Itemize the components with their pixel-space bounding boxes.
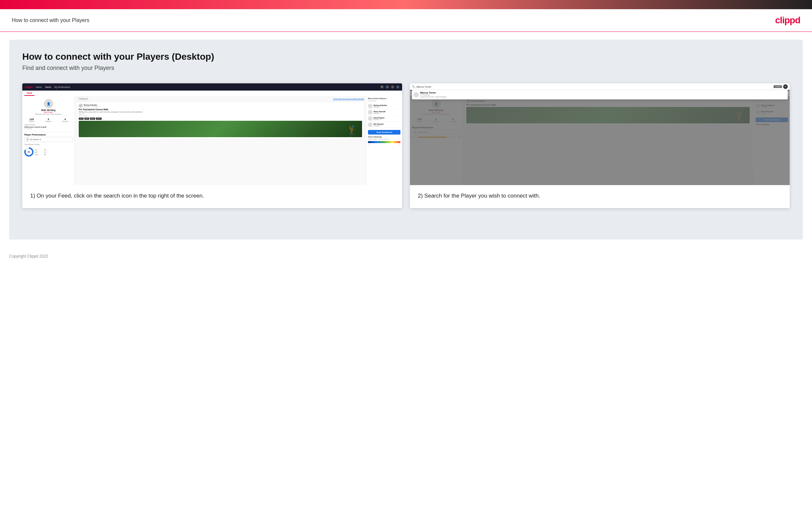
- player-name-1: Richard Butler: [374, 104, 387, 106]
- control-link[interactable]: Control who can see your activity and da…: [333, 98, 364, 100]
- player-avatar-4: [368, 122, 373, 127]
- main-content: How to connect with your Players (Deskto…: [9, 40, 803, 240]
- right-panel-1: Most Active Players Last 30 days Richard…: [366, 96, 402, 185]
- caption-text-2: 2) Search for the Player you wish to con…: [418, 192, 782, 200]
- close-button[interactable]: ✕: [783, 84, 788, 89]
- ott-bar: OTT 79: [35, 149, 46, 151]
- activity-date: 27 Jul 2022: [24, 128, 73, 130]
- tag-putt: PUTT: [96, 118, 102, 120]
- act-avatar: [79, 104, 83, 108]
- search-bar: 🔍 Marcus Turner CLEAR ✕: [410, 83, 790, 90]
- clear-button[interactable]: CLEAR: [774, 85, 782, 88]
- following-chevron: ▾: [87, 98, 88, 100]
- act-desc: Walking the course with my coach to buil…: [79, 111, 362, 113]
- nav-teams[interactable]: Teams: [45, 86, 51, 88]
- result-club: Cypress Point Club, United Kingdom: [420, 96, 447, 98]
- player-avatar-1: [368, 104, 373, 108]
- heatmap-labels: -5 +5: [368, 143, 400, 145]
- nav-my-performance[interactable]: My Performance: [54, 86, 70, 88]
- quality-score: 84: [26, 149, 32, 155]
- heatmap-bar: [368, 141, 400, 143]
- player-item-1: Richard Butler Activities: 7: [368, 103, 400, 109]
- act-user-name: Richard Butler: [84, 104, 98, 106]
- tag-arg: ARG: [90, 118, 95, 120]
- logo: clippd: [775, 15, 800, 26]
- heatmap-label-low: -5: [368, 143, 369, 145]
- stat-bars: OTT 79 APP 70 ARG: [35, 149, 46, 156]
- player-select-name: Eli Vincent: [30, 138, 39, 140]
- act-date: Yesterday · The Grove: [84, 106, 98, 108]
- heatmap-subtitle: Player Quality · 20 Round Trend: [368, 138, 400, 140]
- profile-club: Mill Ride Golf Club, United Kingdom: [24, 113, 73, 115]
- copyright: Copyright Clippd 2022: [9, 254, 48, 259]
- player-select-avatar: [26, 138, 29, 141]
- page-title: How to connect with your Players: [12, 17, 90, 23]
- nav-home[interactable]: Home: [36, 86, 42, 88]
- result-avatar: [414, 92, 419, 97]
- nav-icons: 🔍 👤 ⚙ 👤: [380, 85, 399, 89]
- left-panel-1: 👤 Blair McHarg Golf Coach Mill Ride Golf…: [22, 96, 75, 185]
- act-title: Pre Tournament Course Walk: [79, 108, 362, 111]
- player-acts-1: Activities: 7: [374, 106, 387, 108]
- app-mockup-2: clippd Home Teams My Performance Feed 👤 …: [410, 83, 790, 185]
- act-duration: 02 hr : 00 min: [79, 115, 362, 117]
- player-performance-label: Player Performance: [24, 132, 73, 136]
- activity-user-row: Richard Butler Yesterday · The Grove: [79, 104, 362, 108]
- search-icon-2: 🔍: [412, 85, 415, 88]
- activity-card: Richard Butler Yesterday · The Grove Pre…: [77, 102, 364, 139]
- following-btn[interactable]: Following ▾: [77, 97, 90, 100]
- following-label: Following: [79, 98, 86, 100]
- search-input[interactable]: Marcus Turner: [417, 86, 772, 88]
- activity-image: 🏌️: [79, 121, 362, 137]
- user-icon[interactable]: 👤: [386, 85, 389, 89]
- player-name-4: Eli Vincent: [374, 123, 384, 125]
- caption-1: 1) On your Feed, click on the search ico…: [22, 185, 402, 208]
- player-item-2: Piers Parnell Activities: 4: [368, 109, 400, 116]
- top-bar: [0, 0, 812, 9]
- player-avatar-3: [368, 116, 373, 121]
- player-acts-4: Activities: 1: [374, 125, 384, 127]
- app-mockup-1: clippd Home Teams My Performance 🔍 👤 ⚙ 👤…: [22, 83, 402, 185]
- act-tags: OTT APP ARG PUTT: [79, 118, 362, 120]
- heatmap-label-high: +5: [399, 143, 400, 145]
- footer: Copyright Clippd 2022: [0, 247, 812, 265]
- act-duration-label: Duration: [79, 113, 362, 115]
- result-name: Marcus Turner: [420, 92, 447, 94]
- feed-tab[interactable]: Feed: [24, 91, 35, 96]
- player-avatar-2: [368, 110, 373, 115]
- profile-section: 👤 Blair McHarg Golf Coach Mill Ride Golf…: [24, 98, 73, 117]
- avatar-icon[interactable]: 👤: [396, 85, 399, 89]
- player-item-3: Hiral Pujara Activities: 3: [368, 116, 400, 122]
- search-icon[interactable]: 🔍: [380, 85, 384, 89]
- app-body-1: 👤 Blair McHarg Golf Coach Mill Ride Golf…: [22, 96, 402, 185]
- app-bar: APP 70: [35, 152, 46, 153]
- search-result-item[interactable]: Marcus Turner 1-5 Handicap Cypress Point…: [414, 92, 786, 98]
- latest-activity-label: Latest Activity: [24, 124, 73, 126]
- dropdown-chevron: ▾: [40, 138, 41, 140]
- arg-bar: ARG 61: [35, 154, 46, 156]
- following-row: Following ▾ Control who can see your act…: [77, 97, 364, 100]
- caption-2: 2) Search for the Player you wish to con…: [410, 185, 790, 208]
- header: How to connect with your Players clippd: [0, 9, 812, 32]
- avatar: 👤: [44, 99, 53, 108]
- active-players-subtitle: Last 30 days: [368, 100, 400, 102]
- main-subtitle: Find and connect with your Players: [22, 65, 790, 72]
- screenshot-1: clippd Home Teams My Performance 🔍 👤 ⚙ 👤…: [22, 83, 402, 208]
- player-item-4: Eli Vincent Activities: 1: [368, 122, 400, 128]
- search-overlay: 🔍 Marcus Turner CLEAR ✕ Marcus Turner 1-…: [410, 83, 790, 99]
- profile-name: Blair McHarg: [24, 109, 73, 111]
- activities-stat: 129 Activities: [24, 118, 39, 122]
- quality-gauge: 84: [24, 147, 34, 157]
- following-stat: 4 Following: [58, 118, 73, 122]
- player-select[interactable]: Eli Vincent ▾: [24, 137, 73, 142]
- player-acts-3: Activities: 3: [374, 119, 384, 120]
- main-title: How to connect with your Players (Deskto…: [22, 51, 790, 62]
- middle-feed-1: Following ▾ Control who can see your act…: [75, 96, 366, 185]
- tag-app: APP: [84, 118, 89, 120]
- settings-icon[interactable]: ⚙: [391, 85, 394, 89]
- team-dashboard-button[interactable]: Team Dashboard: [368, 130, 400, 134]
- heatmap-title: Team Heatmap: [368, 136, 400, 138]
- player-name-3: Hiral Pujara: [374, 117, 384, 119]
- screenshot-2: clippd Home Teams My Performance Feed 👤 …: [410, 83, 790, 208]
- player-name-2: Piers Parnell: [374, 111, 385, 113]
